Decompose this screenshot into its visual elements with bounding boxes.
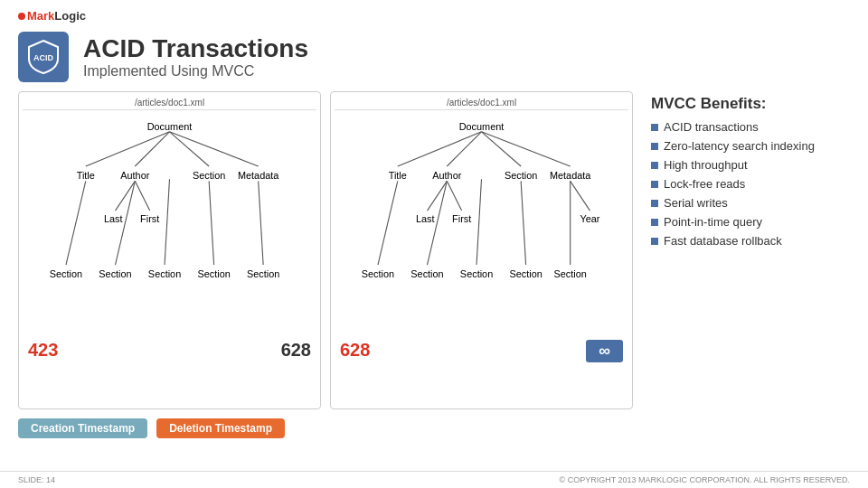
acid-icon: ACID: [18, 32, 69, 82]
svg-text:Last: Last: [416, 213, 435, 224]
svg-line-26: [398, 132, 482, 166]
benefit-text: Fast database rollback: [664, 234, 782, 248]
benefit-text: Point-in-time query: [664, 215, 762, 229]
logo-mark: Mark: [27, 9, 54, 23]
svg-text:Last: Last: [104, 213, 123, 224]
tree-svg-left: Document Title Author Section Metadata L…: [23, 112, 316, 329]
svg-text:Section: Section: [50, 268, 82, 279]
svg-line-3: [135, 132, 169, 166]
svg-text:ACID: ACID: [33, 53, 53, 62]
infinity-badge: ∞: [586, 340, 623, 362]
timestamps-area: Creation Timestamp Deletion Timestamp: [0, 413, 868, 444]
svg-line-34: [428, 181, 448, 211]
benefit-text: Lock-free reads: [664, 177, 745, 191]
benefits-area: MVCC Benefits: ACID transactions Zero-la…: [642, 91, 850, 409]
page-title: ACID Transactions: [83, 34, 308, 63]
creation-timestamp-button[interactable]: Creation Timestamp: [18, 418, 147, 438]
svg-line-18: [209, 181, 213, 265]
benefit-bullet: [651, 181, 658, 188]
doc-num-right: 628: [281, 340, 311, 361]
svg-line-17: [165, 179, 169, 265]
svg-text:Document: Document: [147, 121, 193, 132]
svg-text:Section: Section: [362, 268, 394, 279]
svg-text:Section: Section: [197, 268, 230, 279]
svg-text:Section: Section: [509, 268, 542, 279]
svg-text:Author: Author: [120, 170, 149, 181]
title-section: ACID ACID Transactions Implemented Using…: [0, 26, 868, 88]
svg-text:Section: Section: [247, 268, 279, 279]
svg-line-29: [482, 132, 571, 166]
svg-line-15: [66, 181, 86, 265]
doc-footer-right: 628 ∞: [335, 336, 628, 366]
benefit-bullet: [651, 200, 658, 207]
svg-text:Metadata: Metadata: [550, 170, 591, 181]
svg-line-38: [571, 181, 590, 211]
logo-dot: [18, 13, 25, 20]
svg-text:Document: Document: [459, 121, 505, 132]
title-text: ACID Transactions Implemented Using MVCC: [83, 34, 308, 80]
copyright: © COPYRIGHT 2013 MARKLOGIC CORPORATION. …: [560, 475, 850, 484]
svg-line-11: [135, 181, 149, 211]
svg-line-5: [170, 132, 259, 166]
doc-footer-left: 423 628: [23, 336, 316, 364]
benefit-item: Fast database rollback: [651, 234, 850, 248]
svg-text:Year: Year: [580, 213, 599, 224]
svg-text:Section: Section: [410, 268, 443, 279]
svg-text:Title: Title: [77, 170, 95, 181]
svg-text:Section: Section: [193, 170, 225, 181]
benefit-item: ACID transactions: [651, 120, 850, 134]
doc-path-left: /articles/doc1.xml: [23, 96, 316, 110]
svg-text:Section: Section: [505, 170, 537, 181]
doc-path-right: /articles/doc1.xml: [335, 96, 628, 110]
svg-line-4: [170, 132, 210, 166]
benefit-item: Zero-latency search indexing: [651, 139, 850, 153]
svg-line-19: [259, 181, 263, 265]
doc-num-right2: 628: [340, 340, 370, 362]
svg-text:Author: Author: [432, 170, 461, 181]
svg-text:Section: Section: [554, 268, 587, 279]
benefit-text: Serial writes: [664, 196, 728, 210]
diagram-right: /articles/doc1.xml Document Title Author…: [330, 91, 633, 409]
svg-line-10: [116, 181, 136, 211]
svg-line-43: [521, 181, 525, 265]
logo-logic: Logic: [54, 9, 86, 23]
svg-text:Title: Title: [389, 170, 407, 181]
logo: Mark Logic: [18, 9, 86, 23]
svg-line-40: [378, 181, 398, 265]
benefit-item: Lock-free reads: [651, 177, 850, 191]
benefit-text: High throughput: [664, 158, 748, 172]
svg-text:Section: Section: [460, 268, 493, 279]
benefit-text: ACID transactions: [664, 120, 759, 134]
deletion-timestamp-button[interactable]: Deletion Timestamp: [156, 418, 285, 438]
page-subtitle: Implemented Using MVCC: [83, 63, 308, 80]
svg-line-42: [476, 179, 481, 265]
benefit-bullet: [651, 219, 658, 226]
svg-line-2: [86, 132, 170, 166]
svg-text:First: First: [452, 213, 471, 224]
benefits-title: MVCC Benefits:: [651, 95, 850, 113]
benefit-bullet: [651, 162, 658, 169]
svg-text:First: First: [140, 213, 159, 224]
main-content: /articles/doc1.xml Document Title Author…: [0, 88, 868, 413]
benefit-bullet: [651, 238, 658, 245]
benefit-item: Point-in-time query: [651, 215, 850, 229]
benefit-bullet: [651, 124, 658, 131]
benefit-bullet: [651, 143, 658, 150]
svg-line-35: [447, 181, 461, 211]
slide-number: SLIDE: 14: [18, 475, 55, 484]
tree-svg-right: Document Title Author Section Metadata L…: [335, 112, 628, 329]
benefit-item: Serial writes: [651, 196, 850, 210]
svg-text:Section: Section: [99, 268, 131, 279]
doc-num-left: 423: [28, 340, 58, 361]
svg-line-28: [482, 132, 522, 166]
diagram-left: /articles/doc1.xml Document Title Author…: [18, 91, 321, 409]
svg-text:Section: Section: [148, 268, 181, 279]
benefit-item: High throughput: [651, 158, 850, 172]
footer: SLIDE: 14 © COPYRIGHT 2013 MARKLOGIC COR…: [0, 471, 868, 488]
svg-line-27: [447, 132, 481, 166]
benefit-text: Zero-latency search indexing: [664, 139, 815, 153]
benefits-list: ACID transactions Zero-latency search in…: [651, 120, 850, 248]
svg-text:Metadata: Metadata: [238, 170, 279, 181]
header: Mark Logic: [0, 0, 868, 26]
